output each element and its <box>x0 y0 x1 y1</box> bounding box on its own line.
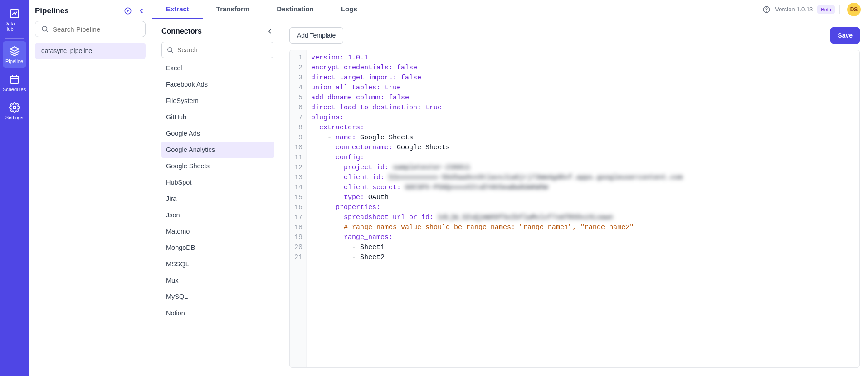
collapse-connectors-icon[interactable] <box>266 28 273 35</box>
connector-item[interactable]: Mux <box>161 272 274 288</box>
gutter: 123456789101112131415161718192021 <box>290 50 307 367</box>
nav-rail: Data HubPipelineSchedulesSettings <box>0 0 29 376</box>
connector-item[interactable]: MySQL <box>161 288 274 305</box>
connector-list: ExcelFacebook AdsFileSystemGitHubGoogle … <box>161 60 276 376</box>
pipeline-search[interactable] <box>35 21 146 37</box>
svg-line-11 <box>46 30 48 32</box>
connector-item[interactable]: HubSpot <box>161 174 274 190</box>
connector-item[interactable]: Jira <box>161 190 274 207</box>
save-button[interactable]: Save <box>830 27 860 44</box>
svg-point-13 <box>766 11 767 11</box>
connector-item[interactable]: Excel <box>161 60 274 76</box>
connectors-search-input[interactable] <box>177 46 268 54</box>
connector-item[interactable]: FileSystem <box>161 93 274 109</box>
beta-badge: Beta <box>817 5 835 14</box>
nav-data-hub[interactable]: Data Hub <box>3 4 26 35</box>
connector-item[interactable]: Notion <box>161 305 274 321</box>
connector-item[interactable]: Facebook Ads <box>161 76 274 93</box>
collapse-pipelines-icon[interactable] <box>137 7 146 15</box>
connector-item[interactable]: Google Sheets <box>161 158 274 174</box>
pipelines-title: Pipelines <box>35 6 69 15</box>
nav-pipeline[interactable]: Pipeline <box>3 41 26 68</box>
code-editor[interactable]: 123456789101112131415161718192021 versio… <box>289 50 860 368</box>
tabs: ExtractTransformDestinationLogs <box>152 0 371 19</box>
svg-point-10 <box>42 26 47 31</box>
add-pipeline-icon[interactable] <box>124 7 132 15</box>
connector-item[interactable]: GitHub <box>161 109 274 125</box>
connectors-title: Connectors <box>161 27 202 35</box>
connector-item[interactable]: Matomo <box>161 223 274 239</box>
svg-point-6 <box>13 106 16 109</box>
version-text: Version 1.0.13 <box>775 6 813 13</box>
pipeline-search-input[interactable] <box>53 25 140 33</box>
nav-settings[interactable]: Settings <box>3 98 26 124</box>
svg-line-15 <box>171 51 173 53</box>
code-content[interactable]: version: 1.0.1encrypt_credentials: false… <box>307 50 859 367</box>
svg-rect-2 <box>10 76 19 83</box>
svg-point-14 <box>168 48 172 52</box>
connector-item[interactable]: Google Analytics <box>161 142 274 158</box>
pipeline-list: datasync_pipeline <box>35 43 146 59</box>
connector-item[interactable]: Json <box>161 207 274 223</box>
pipelines-panel: Pipelines datasync_pipeline <box>29 0 152 376</box>
add-template-button[interactable]: Add Template <box>289 27 343 44</box>
search-icon <box>166 46 174 54</box>
connector-item[interactable]: Google Ads <box>161 125 274 142</box>
search-icon <box>41 25 49 33</box>
svg-marker-1 <box>10 47 19 51</box>
top-bar: ExtractTransformDestinationLogs Version … <box>152 0 868 19</box>
connector-item[interactable]: MSSQL <box>161 256 274 272</box>
tab-transform[interactable]: Transform <box>203 0 263 19</box>
connectors-search[interactable] <box>161 42 273 58</box>
connector-item[interactable]: MongoDB <box>161 239 274 256</box>
help-icon[interactable] <box>762 5 770 14</box>
tab-logs[interactable]: Logs <box>327 0 371 19</box>
connectors-panel: Connectors ExcelFacebook AdsFileSystemGi… <box>152 19 281 376</box>
avatar[interactable]: DS <box>847 3 861 16</box>
editor-area: Add Template Save 1234567891011121314151… <box>281 19 868 376</box>
nav-schedules[interactable]: Schedules <box>3 69 26 96</box>
tab-extract[interactable]: Extract <box>152 0 203 19</box>
tab-destination[interactable]: Destination <box>263 0 327 19</box>
pipeline-item[interactable]: datasync_pipeline <box>35 43 146 59</box>
